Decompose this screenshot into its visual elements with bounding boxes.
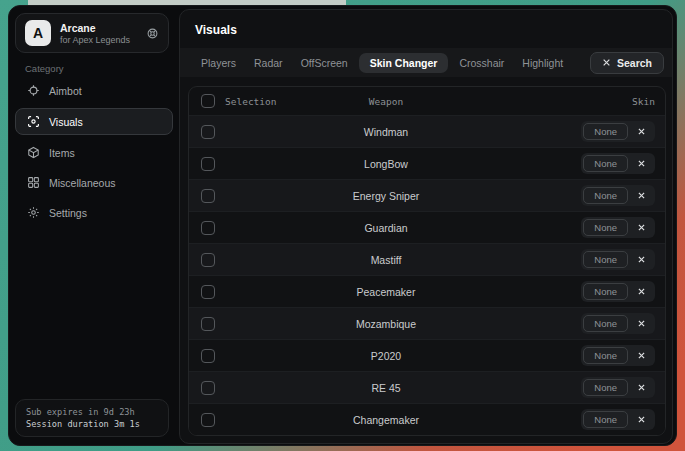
clear-skin-icon[interactable]: [637, 415, 646, 424]
sidebar-nav: Aimbot Visuals: [15, 78, 173, 225]
sidebar: A Arcane for Apex Legends Category: [9, 6, 179, 445]
sidebar-item-visuals[interactable]: Visuals: [15, 108, 173, 135]
skin-selector[interactable]: None: [581, 185, 655, 206]
table-row[interactable]: Mozambique None: [189, 307, 665, 339]
table-row[interactable]: Mastiff None: [189, 243, 665, 275]
arcane-app-window: A Arcane for Apex Legends Category: [8, 5, 677, 446]
row-checkbox[interactable]: [201, 125, 215, 139]
sub-expires-text: Sub expires in 9d 23h: [26, 407, 158, 417]
weapon-name: Mastiff: [307, 254, 465, 266]
tab-players[interactable]: Players: [194, 53, 243, 73]
clear-skin-icon[interactable]: [637, 223, 646, 232]
table-row[interactable]: Windman None: [189, 115, 665, 147]
skin-selector[interactable]: None: [581, 409, 655, 430]
skin-value-badge[interactable]: None: [583, 187, 628, 204]
app-meta: Arcane for Apex Legends: [60, 22, 130, 45]
search-icon: [602, 58, 611, 67]
app-subtitle: for Apex Legends: [60, 35, 130, 45]
skin-selector[interactable]: None: [581, 345, 655, 366]
skin-value-badge[interactable]: None: [583, 283, 628, 300]
tab-skin-changer[interactable]: Skin Changer: [359, 53, 449, 73]
tab-bar: Players Radar OffScreen Skin Changer Cro…: [180, 48, 672, 77]
app-logo: A: [25, 20, 51, 46]
skin-value-badge[interactable]: None: [583, 251, 628, 268]
weapon-name: Windman: [307, 126, 465, 138]
table-row[interactable]: Guardian None: [189, 211, 665, 243]
tab-crosshair[interactable]: Crosshair: [452, 53, 511, 73]
scan-eye-icon: [27, 115, 40, 128]
gear-icon: [27, 206, 40, 219]
skin-value-badge[interactable]: None: [583, 347, 628, 364]
column-header-weapon: Weapon: [307, 96, 465, 107]
row-checkbox[interactable]: [201, 317, 215, 331]
select-all-checkbox[interactable]: [201, 94, 215, 108]
clear-skin-icon[interactable]: [637, 383, 646, 392]
table-body: Windman None: [189, 115, 665, 435]
skin-selector[interactable]: None: [581, 121, 655, 142]
row-checkbox[interactable]: [201, 221, 215, 235]
skin-selector[interactable]: None: [581, 313, 655, 334]
tab-radar[interactable]: Radar: [247, 53, 290, 73]
weapon-name: Guardian: [307, 222, 465, 234]
sidebar-item-label: Settings: [49, 207, 87, 219]
support-crosshair-icon[interactable]: [146, 27, 159, 40]
table-header-row: Selection Weapon Skin: [189, 87, 665, 115]
sidebar-item-settings[interactable]: Settings: [15, 200, 173, 225]
desktop-background: A Arcane for Apex Legends Category: [0, 0, 685, 451]
main-panel: Visuals Players Radar OffScreen Skin Cha…: [179, 9, 673, 444]
app-header-card: A Arcane for Apex Legends: [15, 13, 169, 53]
sidebar-item-label: Aimbot: [49, 85, 82, 97]
skin-value-badge[interactable]: None: [583, 123, 628, 140]
clear-skin-icon[interactable]: [637, 191, 646, 200]
skin-value-badge[interactable]: None: [583, 411, 628, 428]
tab-highlight[interactable]: Highlight: [515, 53, 570, 73]
column-header-skin: Skin: [465, 96, 665, 107]
clear-skin-icon[interactable]: [637, 319, 646, 328]
row-checkbox[interactable]: [201, 285, 215, 299]
weapon-name: Peacemaker: [307, 286, 465, 298]
clear-skin-icon[interactable]: [637, 287, 646, 296]
package-icon: [27, 146, 40, 159]
weapon-name: LongBow: [307, 158, 465, 170]
table-row[interactable]: Energy Sniper None: [189, 179, 665, 211]
row-checkbox[interactable]: [201, 157, 215, 171]
skin-selector[interactable]: None: [581, 281, 655, 302]
sidebar-item-label: Visuals: [49, 116, 83, 128]
row-checkbox[interactable]: [201, 189, 215, 203]
sidebar-item-label: Miscellaneous: [49, 177, 116, 189]
clear-skin-icon[interactable]: [637, 127, 646, 136]
table-row[interactable]: Changemaker None: [189, 403, 665, 435]
sidebar-item-miscellaneous[interactable]: Miscellaneous: [15, 170, 173, 195]
table-row[interactable]: RE 45 None: [189, 371, 665, 403]
tab-offscreen[interactable]: OffScreen: [294, 53, 355, 73]
skin-table: Selection Weapon Skin Windman: [188, 86, 666, 436]
skin-selector[interactable]: None: [581, 153, 655, 174]
search-button-label: Search: [617, 57, 652, 69]
skin-value-badge[interactable]: None: [583, 315, 628, 332]
row-checkbox[interactable]: [201, 381, 215, 395]
crosshair-icon: [27, 84, 40, 97]
sidebar-item-items[interactable]: Items: [15, 140, 173, 165]
weapon-name: Changemaker: [307, 414, 465, 426]
page-title: Visuals: [195, 23, 237, 37]
table-row[interactable]: Peacemaker None: [189, 275, 665, 307]
skin-value-badge[interactable]: None: [583, 155, 628, 172]
table-row[interactable]: P2020 None: [189, 339, 665, 371]
clear-skin-icon[interactable]: [637, 159, 646, 168]
subscription-card: Sub expires in 9d 23h Session duration 3…: [15, 399, 169, 437]
row-checkbox[interactable]: [201, 253, 215, 267]
skin-value-badge[interactable]: None: [583, 219, 628, 236]
app-title: Arcane: [60, 22, 130, 34]
clear-skin-icon[interactable]: [637, 255, 646, 264]
skin-selector[interactable]: None: [581, 249, 655, 270]
skin-selector[interactable]: None: [581, 217, 655, 238]
search-button[interactable]: Search: [590, 52, 664, 74]
clear-skin-icon[interactable]: [637, 351, 646, 360]
sidebar-item-aimbot[interactable]: Aimbot: [15, 78, 173, 103]
skin-value-badge[interactable]: None: [583, 379, 628, 396]
skin-selector[interactable]: None: [581, 377, 655, 398]
table-row[interactable]: LongBow None: [189, 147, 665, 179]
row-checkbox[interactable]: [201, 413, 215, 427]
row-checkbox[interactable]: [201, 349, 215, 363]
weapon-name: Energy Sniper: [307, 190, 465, 202]
